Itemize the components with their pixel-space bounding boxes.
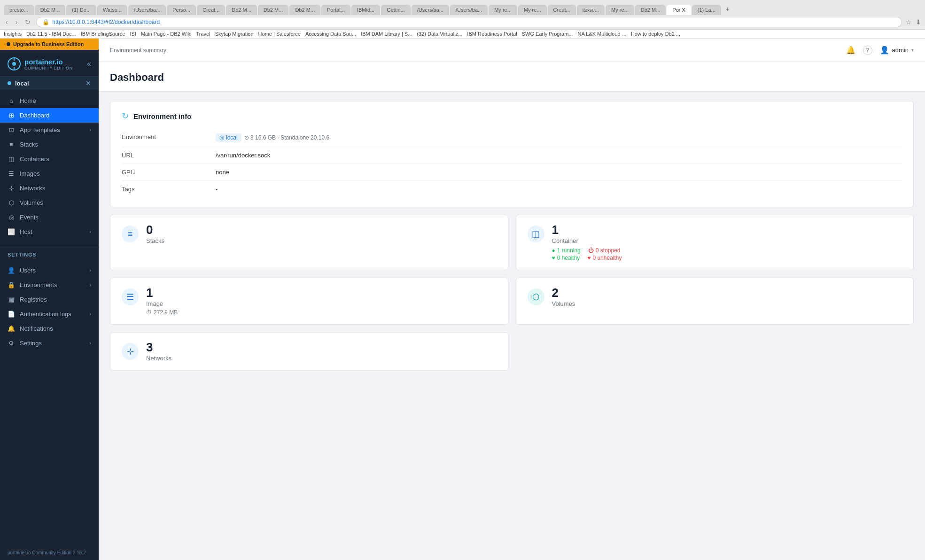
browser-tab[interactable]: /Users/ba... — [128, 5, 166, 15]
sidebar-collapse-button[interactable]: « — [87, 60, 91, 68]
stacks-icon: ≡ — [8, 141, 15, 148]
browser-tab[interactable]: (1) La... — [692, 5, 721, 15]
local-env-header[interactable]: local ✕ — [0, 77, 99, 90]
env-row-value: /var/run/docker.sock — [216, 147, 902, 164]
dashboard-card-stacks[interactable]: ≡ 0 Stacks — [110, 215, 508, 270]
sidebar-item-networks[interactable]: ⊹ Networks — [0, 181, 99, 195]
sidebar-item-volumes[interactable]: ⬡ Volumes — [0, 195, 99, 210]
sidebar-item-notifications[interactable]: 🔔 Notifications — [0, 321, 99, 336]
dashboard-card-networks[interactable]: ⊹ 3 Networks — [110, 332, 508, 371]
bookmark-item[interactable]: How to deploy Db2 ... — [631, 31, 680, 37]
browser-tab[interactable]: My re... — [489, 5, 517, 15]
browser-tab[interactable]: Creat... — [197, 5, 225, 15]
browser-tab[interactable]: IBMid... — [351, 5, 380, 15]
card-inner: ⬡ 2 Volumes — [528, 287, 902, 307]
browser-tab[interactable]: Watso... — [97, 5, 127, 15]
card-label: Container — [552, 237, 902, 244]
upgrade-banner[interactable]: Upgrade to Business Edition — [0, 39, 99, 50]
lock-icon: 🔒 — [42, 19, 49, 25]
browser-tab[interactable]: Perso... — [167, 5, 196, 15]
browser-tab[interactable]: Portal... — [321, 5, 350, 15]
sidebar-item-containers[interactable]: ◫ Containers — [0, 152, 99, 166]
dashboard-card-containers[interactable]: ◫ 1 Container ● 1 running ⏻ 0 stopped ♥ — [516, 215, 914, 270]
browser-tab[interactable]: Por X — [667, 5, 691, 15]
sidebar-item-settings[interactable]: ⚙ Settings › — [0, 336, 99, 350]
sidebar-item-stacks[interactable]: ≡ Stacks — [0, 137, 99, 152]
browser-tab[interactable]: Db2 M... — [289, 5, 320, 15]
images-icon: ☰ — [8, 170, 15, 177]
sidebar-item-events[interactable]: ◎ Events — [0, 210, 99, 225]
url-text: https://10.0.0.1:6443/#!2/docker/dashboa… — [52, 19, 160, 25]
sidebar-item-home[interactable]: ⌂ Home — [0, 93, 99, 108]
bookmark-item[interactable]: Home | Salesforce — [258, 31, 301, 37]
sidebar-item-registries[interactable]: ▦ Registries — [0, 292, 99, 307]
bookmark-item[interactable]: Db2 11.5 - IBM Doc... — [26, 31, 76, 37]
browser-tab[interactable]: Creat... — [548, 5, 576, 15]
bookmark-item[interactable]: IBM BriefingSource — [81, 31, 125, 37]
breadcrumb: Environment summary — [110, 47, 166, 54]
user-menu[interactable]: 👤 admin ▾ — [880, 46, 914, 54]
back-button[interactable]: ‹ — [4, 17, 10, 27]
browser-tab[interactable]: (1) De... — [66, 5, 96, 15]
bookmark-item[interactable]: Travel — [196, 31, 210, 37]
sidebar-item-auth-logs[interactable]: 📄 Authentication logs › — [0, 307, 99, 321]
clock-icon: ⏱ — [146, 309, 152, 316]
sidebar-item-app-templates[interactable]: ⊡ App Templates › — [0, 123, 99, 137]
bookmark-item[interactable]: Insights — [4, 31, 22, 37]
browser-tab[interactable]: itz-su... — [577, 5, 605, 15]
portainer-logo-icon — [8, 57, 21, 70]
card-inner: ☰ 1 Image ⏱ 272.9 MB — [122, 287, 497, 316]
browser-tab[interactable]: Db2 M... — [35, 5, 66, 15]
containers-icon: ◫ — [8, 156, 15, 163]
bookmark-item[interactable]: ISI — [130, 31, 136, 37]
env-row-label: URL — [122, 147, 216, 164]
bookmark-item[interactable]: SWG Early Program... — [522, 31, 573, 37]
browser-tab[interactable]: Db2 M... — [258, 5, 289, 15]
forward-button[interactable]: › — [14, 17, 20, 27]
bookmark-item[interactable]: Main Page - DB2 Wiki — [141, 31, 192, 37]
local-env-close-button[interactable]: ✕ — [86, 79, 91, 87]
browser-tab[interactable]: Db2 M... — [226, 5, 257, 15]
sidebar-item-users[interactable]: 👤 Users › — [0, 263, 99, 278]
address-bar[interactable]: 🔒 https://10.0.0.1:6443/#!2/docker/dashb… — [36, 17, 902, 27]
browser-tab[interactable]: Gettin... — [381, 5, 411, 15]
bookmark-item[interactable]: NA L&K Multicloud ... — [578, 31, 626, 37]
card-body: 2 Volumes — [552, 287, 902, 307]
bell-icon[interactable]: 🔔 — [846, 46, 855, 54]
sidebar-item-images[interactable]: ☰ Images — [0, 166, 99, 181]
browser-tab[interactable]: /Users/ba... — [412, 5, 449, 15]
chevron-icon: › — [90, 127, 91, 132]
browser-tab[interactable]: My re... — [606, 5, 634, 15]
sidebar-item-host[interactable]: ⬜ Host › — [0, 225, 99, 239]
download-icon[interactable]: ⬇ — [916, 18, 921, 26]
bookmark-item[interactable]: Accessing Data Sou... — [305, 31, 356, 37]
dashboard-card-volumes[interactable]: ⬡ 2 Volumes — [516, 278, 914, 325]
chevron-icon: › — [90, 229, 91, 234]
bookmark-item[interactable]: (32) Data Virtualiz... — [417, 31, 462, 37]
card-body: 1 Container ● 1 running ⏻ 0 stopped ♥ 0 … — [552, 224, 902, 261]
new-tab-button[interactable]: + — [722, 3, 733, 15]
bookmark-icon[interactable]: ☆ — [906, 18, 912, 26]
env-info-row: Environment ◎ local ⊙ 8 16.6 GB · Standa… — [122, 129, 902, 147]
browser-tab[interactable]: My re... — [518, 5, 547, 15]
card-icon: ☰ — [122, 288, 139, 305]
card-number: 1 — [146, 287, 497, 299]
bookmark-item[interactable]: IBM Readiness Portal — [467, 31, 517, 37]
env-info-row: URL /var/run/docker.sock — [122, 147, 902, 164]
browser-tab[interactable]: presto... — [4, 5, 34, 15]
reload-button[interactable]: ↻ — [23, 17, 32, 27]
bookmark-item[interactable]: IBM DAM Library | S... — [361, 31, 412, 37]
bookmark-item[interactable]: Skytap Migration — [215, 31, 254, 37]
unhealthy-label: 0 unhealthy — [592, 255, 622, 261]
dashboard-card-images[interactable]: ☰ 1 Image ⏱ 272.9 MB — [110, 278, 508, 325]
top-bar-actions: 🔔 ? 👤 admin ▾ — [846, 46, 914, 55]
sidebar-item-dashboard[interactable]: ⊞ Dashboard — [0, 108, 99, 123]
size-label: 272.9 MB — [154, 309, 178, 316]
browser-tab[interactable]: /Users/ba... — [450, 5, 488, 15]
sidebar-item-environments[interactable]: 🔒 Environments › — [0, 278, 99, 292]
help-icon[interactable]: ? — [863, 46, 872, 55]
browser-tab[interactable]: Db2 M... — [635, 5, 666, 15]
settings-icon: ⚙ — [8, 340, 15, 347]
running-label: 1 running — [557, 247, 581, 254]
sidebar-item-label: Settings — [20, 340, 85, 347]
